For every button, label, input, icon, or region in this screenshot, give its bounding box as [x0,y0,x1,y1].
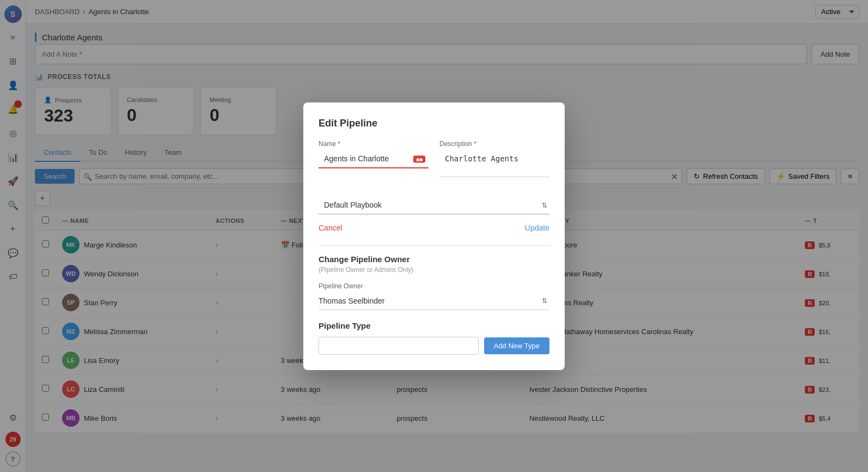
pipeline-type-section: Pipeline Type Add New Type [319,321,549,355]
description-label: Description * [439,140,549,148]
edit-pipeline-modal: Edit Pipeline Name * ■■ Description * Ch… [303,102,565,370]
pipeline-type-title: Pipeline Type [319,321,549,330]
pipeline-description-input[interactable]: Charlotte Agents [439,150,549,177]
pipeline-type-input[interactable] [319,337,479,355]
cancel-button[interactable]: Cancel [319,223,343,232]
name-input-wrap: ■■ [319,150,429,168]
playbook-select[interactable]: Default Playbook [319,196,549,215]
owner-label: Pipeline Owner [319,282,549,290]
owner-select-wrap: Thomas Seelbinder [319,292,549,310]
modal-top-row: Name * ■■ Description * Charlotte Agents [319,140,549,187]
playbook-form-group: Default Playbook [319,196,549,215]
modal-divider [319,245,549,246]
name-form-group: Name * ■■ [319,140,429,179]
add-new-type-button[interactable]: Add New Type [484,337,549,354]
name-label: Name * [319,140,429,148]
change-owner-subtitle: (Pipeline Owner or Admins Only) [319,266,549,274]
owner-form-group: Pipeline Owner Thomas Seelbinder [319,282,549,310]
name-badge: ■■ [413,155,425,162]
description-form-group: Description * Charlotte Agents [439,140,549,179]
modal-overlay[interactable]: Edit Pipeline Name * ■■ Description * Ch… [0,0,868,472]
change-owner-title: Change Pipeline Owner [319,255,549,264]
playbook-select-wrap: Default Playbook [319,196,549,215]
pipeline-type-row: Add New Type [319,337,549,355]
pipeline-name-input[interactable] [319,150,429,168]
modal-title: Edit Pipeline [319,118,549,129]
owner-select[interactable]: Thomas Seelbinder [319,292,549,310]
update-button[interactable]: Update [525,223,549,232]
modal-actions: Cancel Update [319,223,549,232]
